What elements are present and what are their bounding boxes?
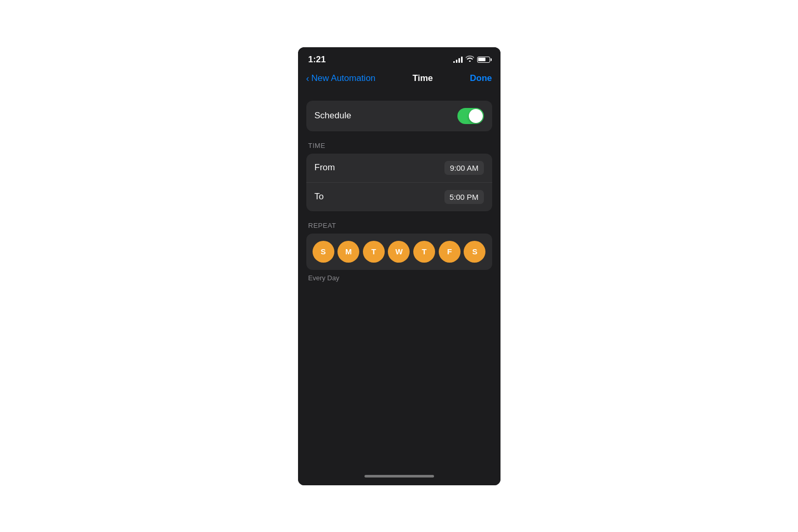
time-card: From 9:00 AM To 5:00 PM — [306, 154, 492, 211]
toggle-knob — [469, 109, 483, 123]
phone-frame: 1:21 ‹ — [298, 47, 501, 485]
navigation-bar: ‹ New Automation Time Done — [298, 69, 501, 90]
done-button[interactable]: Done — [470, 73, 492, 84]
day-thursday[interactable]: T — [413, 241, 435, 263]
from-value[interactable]: 9:00 AM — [444, 161, 483, 175]
schedule-card: Schedule — [306, 101, 492, 131]
from-row[interactable]: From 9:00 AM — [306, 154, 492, 183]
to-label: To — [315, 192, 324, 202]
to-value[interactable]: 5:00 PM — [444, 190, 484, 204]
time-section: TIME From 9:00 AM To 5:00 PM — [306, 142, 492, 211]
day-saturday[interactable]: S — [464, 241, 485, 263]
status-icons — [453, 56, 490, 63]
schedule-label: Schedule — [315, 111, 351, 121]
back-button[interactable]: ‹ New Automation — [306, 73, 376, 84]
day-sunday[interactable]: S — [313, 241, 334, 263]
days-row: SMTWTFS — [313, 241, 486, 263]
repeat-card: SMTWTFS — [306, 234, 492, 270]
time-section-header: TIME — [306, 142, 492, 149]
every-day-label: Every Day — [306, 274, 492, 282]
day-friday[interactable]: F — [439, 241, 461, 263]
status-bar: 1:21 — [298, 47, 501, 69]
home-bar — [364, 475, 434, 478]
page-title: Time — [412, 73, 432, 84]
status-time: 1:21 — [308, 54, 326, 65]
from-label: From — [315, 162, 335, 173]
signal-icon — [453, 57, 463, 63]
home-indicator — [298, 468, 501, 485]
day-tuesday[interactable]: T — [363, 241, 385, 263]
repeat-section-header: REPEAT — [306, 222, 492, 229]
day-monday[interactable]: M — [337, 241, 359, 263]
schedule-toggle[interactable] — [457, 108, 484, 124]
battery-icon — [477, 57, 490, 63]
wifi-icon — [466, 56, 474, 63]
schedule-row: Schedule — [306, 101, 492, 131]
repeat-section: REPEAT SMTWTFS Every Day — [306, 222, 492, 282]
back-label: New Automation — [312, 73, 376, 84]
day-wednesday[interactable]: W — [388, 241, 410, 263]
content-area: Schedule TIME From 9:00 AM To 5:00 PM — [298, 90, 501, 468]
chevron-left-icon: ‹ — [306, 73, 309, 84]
to-row[interactable]: To 5:00 PM — [306, 183, 492, 211]
